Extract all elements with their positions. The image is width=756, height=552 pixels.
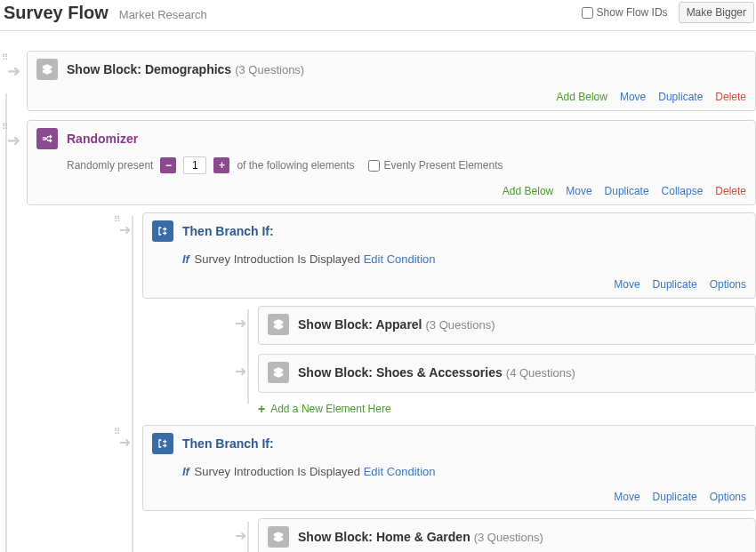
branch-icon [152, 220, 173, 242]
delete-link[interactable]: Delete [715, 91, 746, 103]
block-meta: (4 Questions) [506, 366, 575, 380]
connector-arrow-icon: ➜ [235, 315, 246, 332]
randomizer-count-input[interactable] [183, 156, 206, 174]
move-link[interactable]: Move [620, 91, 646, 103]
child-rail [247, 522, 249, 552]
connector-arrow-icon: ➜ [7, 131, 20, 150]
duplicate-link[interactable]: Duplicate [653, 278, 697, 291]
count-increment-button[interactable]: + [213, 157, 229, 173]
add-new-element-link[interactable]: + Add a New Element Here [258, 402, 756, 416]
options-link[interactable]: Options [710, 278, 746, 291]
block-node-apparel: ➜ Show Block: Apparel (3 Questions) [258, 306, 756, 345]
if-label: If [182, 465, 189, 478]
block-meta: (3 Questions) [235, 63, 304, 76]
block-title: Show Block: Shoes & Accessories [298, 365, 503, 380]
block-node-home-garden: ➜ Show Block: Home & Garden (3 Questions… [258, 518, 756, 552]
header: Survey Flow Market Research Show Flow ID… [0, 0, 756, 31]
branch-node: ⠿ ➜ Then Branch If: If Survey Introducti… [142, 425, 756, 552]
duplicate-link[interactable]: Duplicate [605, 185, 649, 197]
drag-handle-icon[interactable]: ⠿ [2, 124, 9, 131]
branch-children: ➜ Show Block: Home & Garden (3 Questions… [258, 518, 756, 552]
randomizer-config: Randomly present − + of the following el… [28, 156, 755, 181]
delete-link[interactable]: Delete [715, 185, 746, 197]
options-link[interactable]: Options [710, 491, 746, 503]
branch-title: Then Branch If: [182, 224, 274, 238]
add-below-link[interactable]: Add Below [503, 185, 553, 197]
block-title: Show Block: Home & Garden [298, 530, 470, 544]
plus-icon: + [258, 402, 265, 416]
connector-arrow-icon: ➜ [119, 434, 131, 451]
show-flow-ids-checkbox[interactable] [582, 7, 593, 19]
survey-name: Market Research [119, 8, 207, 21]
move-link[interactable]: Move [566, 185, 591, 197]
child-rail [132, 216, 133, 552]
branch-condition: Survey Introduction Is Displayed [195, 252, 360, 266]
edit-condition-link[interactable]: Edit Condition [364, 465, 436, 478]
add-below-link[interactable]: Add Below [557, 91, 607, 103]
page-title: Survey Flow [4, 3, 109, 23]
evenly-present-checkbox[interactable] [368, 160, 380, 172]
randomizer-icon [36, 128, 58, 149]
make-bigger-button[interactable]: Make Bigger [679, 2, 754, 23]
connector-arrow-icon: ➜ [7, 61, 20, 81]
evenly-present-toggle[interactable]: Evenly Present Elements [368, 159, 503, 172]
block-meta: (3 Questions) [474, 531, 543, 544]
branch-condition: Survey Introduction Is Displayed [195, 465, 360, 478]
move-link[interactable]: Move [614, 278, 639, 291]
block-meta: (3 Questions) [426, 318, 495, 332]
drag-handle-icon[interactable]: ⠿ [2, 54, 9, 61]
branch-children: ➜ Show Block: Apparel (3 Questions) [258, 306, 756, 416]
block-node-demographics: ⠿ ➜ Show Block: Demographics (3 Question… [27, 51, 756, 111]
flow-area: ⠿ ➜ Show Block: Demographics (3 Question… [0, 31, 756, 552]
block-icon [36, 59, 58, 80]
flow-rail [5, 93, 7, 552]
duplicate-link[interactable]: Duplicate [658, 91, 703, 103]
collapse-link[interactable]: Collapse [662, 185, 704, 197]
connector-arrow-icon: ➜ [235, 363, 246, 380]
duplicate-link[interactable]: Duplicate [653, 491, 697, 503]
if-label: If [182, 252, 189, 266]
show-flow-ids-toggle[interactable]: Show Flow IDs [582, 6, 668, 19]
randomizer-children: ⠿ ➜ Then Branch If: If Survey Introducti… [142, 212, 756, 552]
block-icon [268, 526, 289, 548]
block-title: Show Block: Apparel [298, 317, 422, 332]
move-link[interactable]: Move [614, 491, 639, 503]
randomizer-title: Randomizer [67, 132, 138, 146]
branch-title: Then Branch If: [182, 436, 274, 451]
connector-arrow-icon: ➜ [235, 527, 246, 544]
block-icon [268, 362, 289, 383]
block-title: Show Block: Demographics [67, 62, 231, 76]
branch-node: ⠿ ➜ Then Branch If: If Survey Introducti… [142, 212, 756, 416]
child-rail [247, 309, 249, 404]
block-node-shoes: ➜ Show Block: Shoes & Accessories (4 Que… [258, 354, 756, 393]
randomizer-node: ⠿ ➜ Randomizer Randomly present − + of t… [27, 120, 756, 552]
edit-condition-link[interactable]: Edit Condition [364, 252, 436, 266]
branch-icon [152, 433, 173, 454]
count-decrement-button[interactable]: − [160, 157, 176, 173]
block-icon [268, 314, 289, 335]
connector-arrow-icon: ➜ [119, 221, 131, 238]
